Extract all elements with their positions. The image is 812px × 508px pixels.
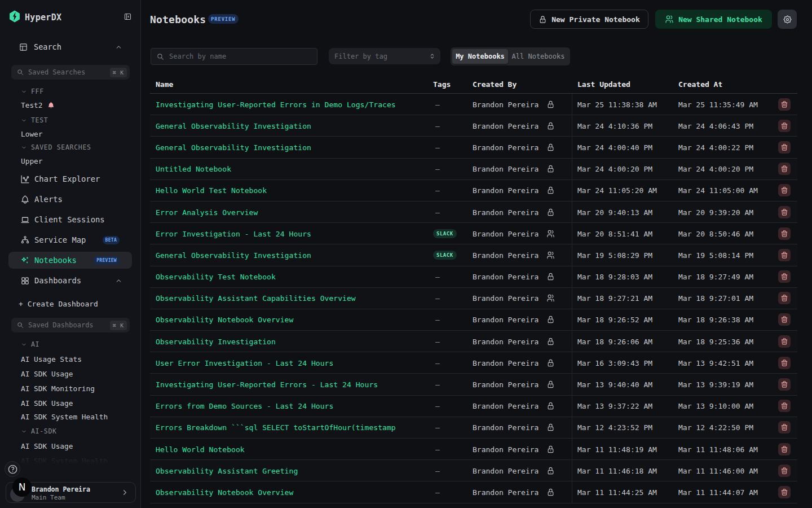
table-row[interactable]: Errors from Demo Sources - Last 24 Hours… [150, 396, 797, 417]
notebook-name-link[interactable]: Observability Assistant Greeting [156, 466, 298, 475]
tree-group[interactable]: TEST [0, 113, 141, 127]
search-by-name-input[interactable]: Search by name [151, 48, 317, 65]
delete-notebook-button[interactable] [778, 486, 791, 498]
table-row[interactable]: Observability Notebook Overview — Brando… [150, 481, 797, 503]
table-row[interactable]: Observability Notebook Overview — Brando… [150, 309, 797, 331]
notebook-name-link[interactable]: User Error Investigation - Last 24 Hours [156, 358, 333, 367]
tree-item[interactable]: AI SDK Monitoring [0, 381, 141, 396]
table-row[interactable]: Hello World Notebook — Brandon Pereira M… [150, 439, 797, 460]
last-updated: Mar 18 9:26:06 AM [577, 337, 652, 345]
table-row[interactable]: Observability Test Notebook — Brandon Pe… [150, 266, 797, 288]
saved-dashboards-input[interactable]: Saved Dashboards ⌘ K [11, 318, 130, 332]
nav-item[interactable]: Dashboards [0, 270, 141, 291]
sidebar-section-search[interactable]: Search [0, 39, 141, 55]
table-row[interactable]: Errors Breakdown ```sql SELECT toStartOf… [150, 417, 797, 439]
tree-item[interactable]: AI SDK System Health [0, 409, 141, 424]
tree-group[interactable]: SAVED SEARCHES [0, 141, 141, 154]
delete-notebook-button[interactable] [778, 335, 791, 348]
notebook-name-link[interactable]: Error Investigation - Last 24 Hours [156, 229, 311, 238]
tag-empty: — [435, 100, 440, 108]
table-row[interactable]: General Observability Investigation — Br… [150, 137, 797, 158]
nav-item[interactable]: Alerts [0, 189, 141, 209]
notebook-name-link[interactable]: Observability Assistant Capabilities Ove… [156, 294, 356, 303]
table-row[interactable]: Investigating User-Reported Errors - Las… [150, 374, 797, 395]
table-row[interactable]: General Observability Investigation SLAC… [150, 244, 797, 266]
table-row[interactable]: Error Investigation - Last 24 Hours SLAC… [150, 223, 797, 244]
delete-notebook-button[interactable] [778, 421, 791, 433]
notebook-name-link[interactable]: Untitled Notebook [156, 165, 231, 173]
tree-item[interactable]: Upper [0, 154, 141, 168]
delete-notebook-button[interactable] [778, 141, 791, 154]
chevron-down-icon [21, 89, 27, 94]
tree-item[interactable]: Test2 [0, 98, 141, 112]
notebook-name-link[interactable]: Error Analysis Overview [156, 208, 258, 216]
created-by: Brandon Pereira [473, 423, 539, 432]
notebook-name-link[interactable]: Investigating User-Reported Errors - Las… [156, 380, 378, 389]
delete-notebook-button[interactable] [778, 400, 791, 412]
delete-notebook-button[interactable] [778, 206, 791, 218]
notebook-name-link[interactable]: Hello World Test Notebook [156, 186, 267, 195]
delete-notebook-button[interactable] [778, 227, 791, 240]
delete-notebook-button[interactable] [778, 163, 791, 175]
delete-notebook-button[interactable] [778, 357, 791, 369]
delete-notebook-button[interactable] [778, 120, 791, 132]
notebook-name-link[interactable]: General Observability Investigation [156, 143, 311, 151]
nav-item[interactable]: Client Sessions [0, 209, 141, 230]
notebook-name-link[interactable]: Investigating User-Reported Errors in De… [156, 100, 396, 108]
trash-icon [780, 143, 788, 151]
help-button[interactable] [5, 461, 20, 477]
delete-notebook-button[interactable] [778, 270, 791, 283]
table-row[interactable]: Hello World Test Notebook — Brandon Pere… [150, 180, 797, 202]
tree-item[interactable]: AI SDK Usage [0, 439, 141, 453]
create-dashboard-button[interactable]: + Create Dashboard [19, 297, 98, 310]
notebook-name-link[interactable]: Observability Notebook Overview [156, 488, 293, 496]
notebook-name-link[interactable]: Hello World Notebook [156, 445, 245, 453]
tree-group[interactable]: AI-SDK [0, 424, 141, 439]
table-row[interactable]: Observability Investigation — Brandon Pe… [150, 331, 797, 352]
table-row[interactable]: Untitled Notebook — Brandon Pereira Mar … [150, 159, 797, 180]
delete-notebook-button[interactable] [778, 249, 791, 261]
notebook-name-link[interactable]: General Observability Investigation [156, 251, 311, 259]
table-row[interactable]: Observability Assistant Greeting — Brand… [150, 460, 797, 481]
delete-notebook-button[interactable] [778, 184, 791, 196]
tag-empty: — [435, 358, 440, 367]
table-row[interactable]: Observability Assistant Capabilities Ove… [150, 288, 797, 309]
notebook-name-link[interactable]: Observability Test Notebook [156, 273, 276, 281]
tag-empty: — [435, 466, 440, 475]
table-row[interactable]: Error Analysis Overview — Brandon Pereir… [150, 202, 797, 223]
tree-group[interactable]: FFF [0, 85, 141, 98]
table-row[interactable]: Investigating User-Reported Errors in De… [150, 94, 797, 115]
nav-item[interactable]: Notebooks PREVIEW [0, 250, 141, 270]
tree-item[interactable]: Lower [0, 127, 141, 141]
tree-item[interactable]: AI Usage Stats [0, 352, 141, 366]
delete-notebook-button[interactable] [778, 313, 791, 326]
filter-by-tag-select[interactable]: Filter by tag [329, 48, 440, 64]
nav-item[interactable]: Service Map BETA [0, 230, 141, 250]
new-private-notebook-button[interactable]: New Private Notebook [530, 10, 648, 29]
delete-notebook-button[interactable] [778, 292, 791, 304]
tree-item[interactable]: AI SDK Usage [0, 366, 141, 381]
delete-notebook-button[interactable] [778, 443, 791, 456]
notebook-name-link[interactable]: Observability Investigation [156, 337, 276, 345]
delete-notebook-button[interactable] [778, 98, 791, 111]
settings-button[interactable] [778, 10, 797, 29]
delete-notebook-button[interactable] [778, 465, 791, 477]
notebook-name-link[interactable]: Errors Breakdown ```sql SELECT toStartOf… [156, 423, 396, 432]
tree-item[interactable]: AI SDK System Health [0, 453, 141, 468]
sidebar-collapse-icon[interactable] [123, 12, 132, 21]
tree-group[interactable]: AI [0, 337, 141, 352]
section-search-label: Search [34, 42, 61, 51]
notebook-name-link[interactable]: General Observability Investigation [156, 121, 311, 130]
notebook-name-link[interactable]: Observability Notebook Overview [156, 316, 293, 324]
saved-searches-input[interactable]: Saved Searches ⌘ K [11, 65, 130, 80]
tree-item[interactable]: AI SDK Usage [0, 396, 141, 410]
tab-my-notebooks[interactable]: My Notebooks [452, 49, 508, 64]
user-card[interactable]: N Brandon Pereira Main Team [6, 482, 136, 503]
table-row[interactable]: General Observability Investigation — Br… [150, 115, 797, 137]
delete-notebook-button[interactable] [778, 378, 791, 391]
tab-all-notebooks[interactable]: All Notebooks [508, 49, 568, 64]
table-row[interactable]: User Error Investigation - Last 24 Hours… [150, 352, 797, 374]
new-shared-notebook-button[interactable]: New Shared Notebook [655, 10, 772, 29]
notebook-name-link[interactable]: Errors from Demo Sources - Last 24 Hours [156, 402, 333, 410]
nav-item[interactable]: Chart Explorer [0, 169, 141, 189]
